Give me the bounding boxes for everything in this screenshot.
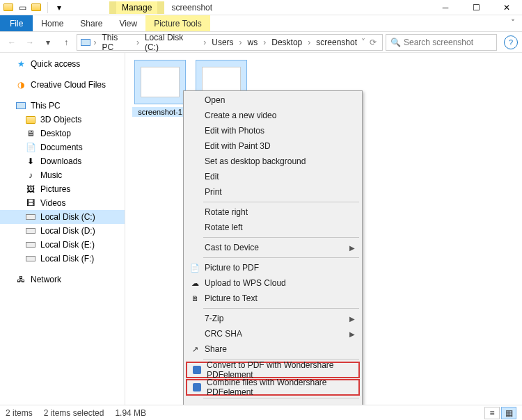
downloads-icon: ⬇ bbox=[25, 156, 36, 167]
ctx-create-new-video[interactable]: Create a new video bbox=[185, 108, 361, 123]
file-tab[interactable]: File bbox=[0, 15, 33, 31]
sidebar-item-quick-access[interactable]: ★Quick access bbox=[0, 57, 125, 71]
window-controls: ─ ☐ ✕ bbox=[430, 0, 522, 15]
star-icon: ★ bbox=[15, 58, 26, 70]
home-tab[interactable]: Home bbox=[33, 15, 72, 31]
sidebar-item-local-disk-e[interactable]: Local Disk (E:) bbox=[0, 238, 125, 252]
ctx-upload-wps-cloud[interactable]: ☁Upload to WPS Cloud bbox=[185, 275, 361, 291]
ctx-print[interactable]: Print bbox=[185, 184, 361, 200]
properties-qat-icon[interactable]: ▭ bbox=[17, 2, 28, 13]
context-menu: Open Create a new video Edit with Photos… bbox=[183, 90, 363, 420]
sidebar-item-network[interactable]: 🖧Network bbox=[0, 273, 125, 286]
pdfelement-icon bbox=[191, 364, 203, 375]
up-button[interactable]: ↑ bbox=[58, 35, 74, 50]
drive-icon bbox=[25, 253, 36, 264]
file-item[interactable]: screenshot-1 bbox=[132, 60, 188, 117]
ctx-picture-to-text[interactable]: 🗎Picture to Text bbox=[185, 291, 361, 306]
share-icon: ↗ bbox=[189, 344, 200, 355]
ctx-picture-to-pdf[interactable]: 📄Picture to PDF bbox=[185, 260, 361, 275]
search-placeholder: Search screenshot bbox=[404, 38, 473, 47]
sidebar-item-3d-objects[interactable]: 3D Objects bbox=[0, 113, 125, 127]
breadcrumb-segment[interactable]: screenshot bbox=[313, 36, 360, 49]
separator bbox=[203, 308, 359, 309]
search-input[interactable]: 🔍 Search screenshot bbox=[386, 34, 497, 51]
sidebar-item-documents[interactable]: 📄Documents bbox=[0, 140, 125, 154]
file-thumbnail bbox=[134, 60, 186, 104]
address-dropdown-icon[interactable]: ˅ bbox=[361, 38, 365, 47]
ctx-rotate-right[interactable]: Rotate right bbox=[185, 204, 361, 220]
highlighted-option: Convert to PDF with Wondershare PDFeleme… bbox=[186, 362, 360, 378]
highlighted-option: Combine files with Wondershare PDFelemen… bbox=[186, 379, 360, 396]
breadcrumb-segment[interactable]: Desktop bbox=[269, 36, 305, 49]
ctx-combine-files-pdf[interactable]: Combine files with Wondershare PDFelemen… bbox=[187, 380, 358, 394]
sidebar-item-this-pc[interactable]: This PC bbox=[0, 99, 125, 113]
title-bar: ▭ ▾ Manage screenshot ─ ☐ ✕ bbox=[0, 0, 522, 15]
ctx-cast-to-device[interactable]: Cast to Device▶ bbox=[185, 240, 361, 255]
status-selected-count: 2 items selected bbox=[44, 408, 104, 418]
back-button[interactable]: ← bbox=[4, 35, 19, 50]
qat-dropdown-icon[interactable]: ▾ bbox=[54, 2, 65, 13]
ctx-edit[interactable]: Edit bbox=[185, 169, 361, 184]
sidebar-item-music[interactable]: ♪Music bbox=[0, 168, 125, 182]
desktop-icon: 🖥 bbox=[25, 128, 36, 139]
new-folder-qat-icon[interactable] bbox=[31, 2, 42, 13]
drive-icon bbox=[25, 225, 36, 236]
sidebar-item-downloads[interactable]: ⬇Downloads bbox=[0, 154, 125, 168]
recent-locations-button[interactable]: ▾ bbox=[40, 35, 56, 50]
breadcrumb-segment[interactable]: ws bbox=[245, 36, 261, 49]
details-view-button[interactable]: ≡ bbox=[484, 407, 500, 419]
sidebar-item-local-disk-d[interactable]: Local Disk (D:) bbox=[0, 224, 125, 238]
ctx-edit-paint3d[interactable]: Edit with Paint 3D bbox=[185, 138, 361, 154]
chevron-right-icon: ▶ bbox=[349, 330, 355, 338]
thumbnails-view-button[interactable]: ▦ bbox=[501, 407, 516, 419]
ctx-convert-to-pdf[interactable]: Convert to PDF with Wondershare PDFeleme… bbox=[187, 363, 358, 377]
sidebar-item-desktop[interactable]: 🖥Desktop bbox=[0, 127, 125, 140]
cloud-icon: ☁ bbox=[189, 277, 200, 289]
status-size: 1.94 MB bbox=[115, 408, 146, 418]
monitor-icon bbox=[15, 100, 26, 111]
ctx-7zip[interactable]: 7-Zip▶ bbox=[185, 311, 361, 326]
separator bbox=[203, 202, 359, 202]
collapse-ribbon-icon[interactable]: ˅ bbox=[504, 15, 522, 31]
breadcrumb-segment[interactable]: Local Disk (C:) bbox=[142, 31, 200, 54]
folder-icon bbox=[25, 114, 36, 125]
status-bar: 2 items 2 items selected 1.94 MB ≡ ▦ bbox=[0, 405, 522, 420]
separator bbox=[47, 2, 48, 13]
folder-icon bbox=[3, 2, 14, 13]
sidebar-item-pictures[interactable]: 🖼Pictures bbox=[0, 182, 125, 196]
ctx-open[interactable]: Open bbox=[185, 92, 361, 108]
wps-icon: 📄 bbox=[189, 262, 200, 273]
picture-tools-tab[interactable]: Picture Tools bbox=[145, 15, 209, 31]
ctx-rotate-left[interactable]: Rotate left bbox=[185, 220, 361, 235]
chevron-right-icon: ▶ bbox=[349, 244, 355, 252]
share-tab[interactable]: Share bbox=[72, 15, 111, 31]
separator bbox=[203, 398, 359, 398]
view-tab[interactable]: View bbox=[111, 15, 145, 31]
separator bbox=[203, 237, 359, 238]
separator bbox=[203, 257, 359, 258]
breadcrumb-segment[interactable]: This PC bbox=[100, 31, 134, 54]
sidebar-item-videos[interactable]: 🎞Videos bbox=[0, 196, 125, 210]
file-name: screenshot-1 bbox=[132, 107, 188, 117]
ctx-set-background[interactable]: Set as desktop background bbox=[185, 154, 361, 169]
drive-icon bbox=[25, 239, 36, 250]
network-icon: 🖧 bbox=[15, 274, 26, 285]
pictures-icon: 🖼 bbox=[25, 184, 36, 195]
minimize-button[interactable]: ─ bbox=[430, 0, 461, 15]
breadcrumb-segment[interactable]: Users bbox=[209, 36, 236, 49]
view-mode-toggles: ≡ ▦ bbox=[484, 407, 516, 419]
maximize-button[interactable]: ☐ bbox=[461, 0, 491, 15]
refresh-button[interactable]: ⟳ bbox=[367, 38, 379, 47]
forward-button[interactable]: → bbox=[22, 35, 38, 50]
sidebar-item-creative-cloud[interactable]: ◑Creative Cloud Files bbox=[0, 78, 125, 92]
ctx-share[interactable]: ↗Share bbox=[185, 341, 361, 357]
ctx-crc-sha[interactable]: CRC SHA▶ bbox=[185, 326, 361, 341]
ctx-edit-photos[interactable]: Edit with Photos bbox=[185, 123, 361, 138]
close-button[interactable]: ✕ bbox=[491, 0, 522, 15]
sidebar-item-local-disk-c[interactable]: Local Disk (C:) bbox=[0, 210, 125, 224]
ribbon-tabs: File Home Share View Picture Tools ˅ bbox=[0, 15, 522, 32]
help-button[interactable]: ? bbox=[504, 35, 518, 49]
sidebar-item-local-disk-f[interactable]: Local Disk (F:) bbox=[0, 252, 125, 266]
contextual-tab-label: Manage bbox=[109, 1, 164, 14]
address-bar[interactable]: › This PC› Local Disk (C:)› Users› ws› D… bbox=[77, 34, 383, 51]
